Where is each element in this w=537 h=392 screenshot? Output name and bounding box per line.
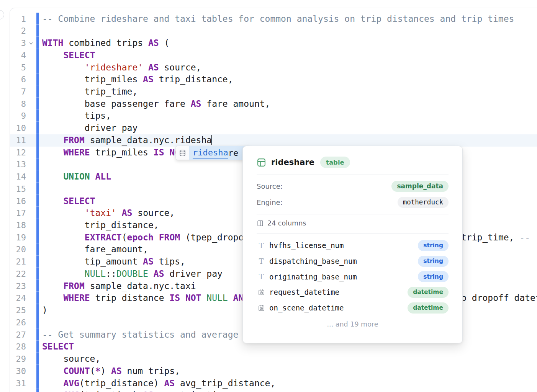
column-name: on_scene_datetime	[269, 304, 408, 312]
line-number: 8	[10, 98, 26, 110]
line-number: 15	[10, 183, 26, 195]
code-text: COUNT(*) AS num_trips,	[42, 365, 180, 377]
database-icon	[175, 146, 189, 160]
code-line[interactable]: 32 AVG(trip_time) AS avg_trip_time,	[0, 389, 537, 392]
line-number: 16	[10, 195, 26, 207]
line-number: 27	[10, 329, 26, 341]
code-line[interactable]: 11 FROM sample_data.nyc.ridesha	[0, 134, 537, 147]
line-number: 6	[10, 74, 26, 86]
line-number: 28	[10, 341, 26, 353]
line-number: 19	[10, 232, 26, 244]
code-line[interactable]: 8 base_passenger_fare AS fare_amount,	[0, 98, 537, 110]
line-number: 4	[10, 49, 26, 62]
line-number: 31	[10, 377, 26, 390]
line-number: 12	[10, 147, 26, 159]
line-number: 30	[10, 365, 26, 377]
autocomplete-rest-text: re	[228, 148, 239, 158]
code-text: SELECT	[42, 49, 95, 62]
code-line[interactable]: 3 WITH combined_trips AS (	[0, 37, 537, 49]
text-type-icon: T	[257, 242, 266, 249]
code-line[interactable]: 2	[0, 25, 537, 37]
code-line[interactable]: 6 trip_miles AS trip_distance,	[0, 74, 537, 86]
column-row[interactable]: on_scene_datetime datetime	[257, 300, 449, 316]
text-type-icon: T	[257, 273, 266, 280]
column-type-badge: datetime	[408, 287, 449, 298]
datetime-icon	[257, 304, 266, 312]
code-line[interactable]: 5 'rideshare' AS source,	[0, 62, 537, 74]
table-meta-rows: Source: sample_data Engine: motherduck	[257, 178, 449, 210]
code-line[interactable]: 4 SELECT	[0, 49, 537, 62]
column-row[interactable]: request_datetime datetime	[257, 284, 449, 300]
column-row[interactable]: T originating_base_num string	[257, 269, 449, 284]
line-number: 24	[10, 292, 26, 304]
line-number: 13	[10, 158, 26, 171]
columns-count-label: 24 columns	[267, 219, 306, 227]
code-text: FROM sample_data.nyc.ridesha	[42, 134, 212, 147]
line-number: 20	[10, 243, 26, 256]
line-number: 22	[10, 268, 26, 280]
column-type-badge: string	[418, 240, 449, 251]
table-type-badge: table	[320, 157, 350, 168]
line-number: 25	[10, 304, 26, 317]
code-text: )	[42, 304, 47, 317]
line-number: 9	[10, 110, 26, 122]
columns-summary: 24 columns	[257, 215, 449, 231]
line-number: 17	[10, 207, 26, 219]
line-number: 5	[10, 62, 26, 74]
column-row[interactable]: T dispatching_base_num string	[257, 253, 449, 269]
line-number: 1	[10, 13, 26, 25]
meta-value-badge: sample_data	[391, 181, 449, 192]
column-name: originating_base_num	[269, 273, 418, 281]
line-number: 29	[10, 353, 26, 365]
autocomplete-item-rideshare[interactable]: rideshare	[189, 146, 250, 160]
column-type-badge: datetime	[408, 302, 449, 314]
fold-chevron-icon[interactable]	[28, 40, 36, 47]
columns-list: T hvfhs_license_num string T dispatching…	[257, 238, 449, 315]
table-icon	[257, 158, 266, 167]
code-line[interactable]: 10 driver_pay	[0, 122, 537, 134]
code-line[interactable]: 7 trip_time,	[0, 86, 537, 98]
columns-icon	[257, 220, 264, 227]
sql-editor-screen: 1 -- Combine rideshare and taxi tables f…	[0, 0, 537, 392]
table-meta-row: Engine: motherduck	[257, 194, 449, 210]
code-text: SELECT	[42, 341, 74, 353]
autocomplete-popup: rideshare	[175, 146, 250, 160]
line-number: 32	[10, 389, 26, 392]
column-name: dispatching_base_num	[269, 257, 418, 265]
column-row[interactable]: T hvfhs_license_num string	[257, 238, 449, 253]
more-columns-label[interactable]: ... and 19 more	[257, 316, 449, 332]
code-line[interactable]: 29 source,	[0, 353, 537, 365]
code-text: source,	[42, 353, 100, 365]
code-line[interactable]: 1 -- Combine rideshare and taxi tables f…	[0, 13, 537, 25]
meta-label: Engine:	[257, 198, 283, 206]
code-text: trip_miles AS trip_distance,	[42, 74, 233, 86]
line-number: 14	[10, 171, 26, 183]
table-meta-row: Source: sample_data	[257, 178, 449, 194]
table-info-panel: rideshare table Source: sample_data Engi…	[242, 146, 463, 343]
meta-label: Source:	[257, 182, 283, 190]
code-line[interactable]: 30 COUNT(*) AS num_trips,	[0, 365, 537, 377]
code-text: trip_time,	[42, 86, 138, 98]
code-line[interactable]: 31 AVG(trip_distance) AS avg_trip_distan…	[0, 377, 537, 390]
code-text: -- Combine rideshare and taxi tables for…	[42, 13, 514, 25]
code-text: AVG(trip_time) AS avg_trip_time,	[42, 389, 233, 392]
datetime-icon	[257, 289, 266, 296]
column-type-badge: string	[418, 271, 449, 282]
autocomplete-matched-text: ridesha	[193, 148, 228, 158]
line-number: 11	[10, 134, 26, 147]
text-cursor	[211, 135, 212, 145]
code-text: UNION ALL	[42, 171, 111, 183]
code-text: 'taxi' AS source,	[42, 207, 175, 219]
code-line[interactable]: 9 tips,	[0, 110, 537, 122]
line-number: 18	[10, 219, 26, 232]
code-text: WITH combined_trips AS (	[42, 37, 169, 49]
code-text: FROM sample_data.nyc.taxi	[42, 280, 196, 292]
line-number: 21	[10, 256, 26, 268]
column-name: request_datetime	[269, 288, 408, 296]
table-info-header: rideshare table	[257, 154, 449, 170]
line-number: 7	[10, 86, 26, 98]
text-type-icon: T	[257, 258, 266, 265]
code-text: 'rideshare' AS source,	[42, 62, 201, 74]
code-text: trip_distance,	[42, 219, 159, 232]
line-number: 2	[10, 25, 26, 37]
